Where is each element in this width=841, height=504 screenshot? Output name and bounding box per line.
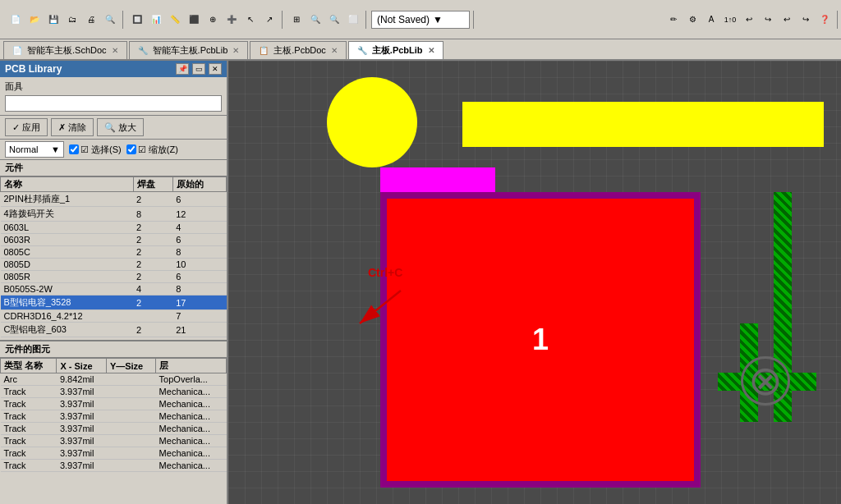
sub-type-cell: Arc xyxy=(1,373,57,386)
settings-btn[interactable]: ⚙ xyxy=(683,11,701,29)
sub-col-x[interactable]: X - Size xyxy=(57,359,106,373)
undo2-btn[interactable]: ↩ xyxy=(778,11,796,29)
track-btn[interactable]: ➕ xyxy=(223,11,241,29)
comp-name-cell: 0805D xyxy=(1,259,134,271)
save-all-btn[interactable]: 🗂 xyxy=(63,11,81,29)
clear-btn[interactable]: ✗ 清除 xyxy=(51,118,94,136)
sub-layer-cell: Mechanica... xyxy=(156,460,227,472)
main-layout: PCB Library 📌 ▭ ✕ 面具 ✓ 应用 ✗ 清除 🔍 放大 Norm… xyxy=(0,61,841,504)
component-btn[interactable]: 🔲 xyxy=(128,11,146,29)
tab-schematic[interactable]: 📄 智能车主板.SchDoc ✕ xyxy=(3,41,127,59)
comp-original-cell: 6 xyxy=(172,234,226,246)
comp-pads-cell: 2 xyxy=(133,323,172,337)
zoom-checkbox[interactable] xyxy=(126,144,136,154)
panel-options: Normal ▼ ☑ 选择(S) ☑ 缩放(Z) xyxy=(0,140,227,160)
table-row[interactable]: 0603L 2 4 xyxy=(1,222,227,234)
table-row[interactable]: 0805C 2 8 xyxy=(1,246,227,259)
panel-header: PCB Library 📌 ▭ ✕ xyxy=(0,61,227,77)
table-row[interactable]: 0805D 2 10 xyxy=(1,259,227,271)
file-toolbar-group: 📄 📂 💾 🗂 🖨 🔍 xyxy=(3,11,123,29)
cursor-btn[interactable]: ↖ xyxy=(241,11,260,29)
open-btn[interactable]: 📂 xyxy=(25,11,44,29)
list-item[interactable]: Track 3.937mil Mechanica... xyxy=(1,460,227,472)
pad-btn[interactable]: ⊕ xyxy=(204,11,222,29)
zoom-btn[interactable]: 🔍 放大 xyxy=(97,118,144,136)
list-item[interactable]: Track 3.937mil Mechanica... xyxy=(1,398,227,410)
zoom-in-btn[interactable]: 🔍 xyxy=(306,11,324,29)
sub-x-cell: 3.937mil xyxy=(57,410,106,423)
zoom-checkbox-label[interactable]: ☑ 缩放(Z) xyxy=(126,144,178,156)
table-row[interactable]: C型铝电容_603 2 21 xyxy=(1,323,227,337)
sub-layer-cell: Mechanica... xyxy=(156,435,227,447)
text-btn[interactable]: A xyxy=(702,11,720,29)
table-row[interactable]: 0805R 2 6 xyxy=(1,271,227,283)
table-row[interactable]: B0505S-2W 4 8 xyxy=(1,283,227,296)
pencil-btn[interactable]: ✏ xyxy=(664,11,682,29)
sub-table-container[interactable]: 类型 名称 X - Size Y—Size 层 Arc 9.842mil Top… xyxy=(0,358,227,504)
comp-name-cell: CDRH3D16_4.2*12 xyxy=(1,310,134,323)
undo-btn[interactable]: ↩ xyxy=(740,11,758,29)
via-btn[interactable]: ⬛ xyxy=(185,11,203,29)
grid-btn[interactable]: ⊞ xyxy=(287,11,306,29)
col-original[interactable]: 原始的 xyxy=(172,177,226,192)
col-name[interactable]: 名称 xyxy=(1,177,134,192)
select-checkbox[interactable] xyxy=(69,144,79,154)
panel-close-btn[interactable]: ✕ xyxy=(209,63,222,75)
face-input[interactable] xyxy=(5,95,222,112)
list-item[interactable]: Track 3.937mil Mechanica... xyxy=(1,435,227,447)
zoom-out-btn[interactable]: 🔍 xyxy=(325,11,343,29)
comp-pads-cell: 2 xyxy=(133,192,172,207)
tab-pcblib2-close[interactable]: ✕ xyxy=(428,46,434,55)
list-item[interactable]: Arc 9.842mil TopOverla... xyxy=(1,373,227,386)
table-row[interactable]: 0603R 2 6 xyxy=(1,234,227,246)
new-btn[interactable]: 📄 xyxy=(7,11,25,29)
sub-header: 元件的图元 xyxy=(0,341,227,358)
sub-layer-cell: Mechanica... xyxy=(156,410,227,423)
sub-x-cell: 3.937mil xyxy=(57,398,106,410)
panel-float-btn[interactable]: ▭ xyxy=(192,63,205,75)
list-item[interactable]: Track 3.937mil Mechanica... xyxy=(1,386,227,398)
tab-pcblib1[interactable]: 🔧 智能车主板.PcbLib ✕ xyxy=(129,41,249,59)
num-btn[interactable]: 1↑0 xyxy=(721,11,739,29)
list-item[interactable]: Track 3.937mil Mechanica... xyxy=(1,410,227,423)
panel-title: PCB Library xyxy=(5,63,62,75)
select-checkbox-label[interactable]: ☑ 选择(S) xyxy=(69,144,122,156)
table-row[interactable]: CDRH3D16_4.2*12 7 xyxy=(1,310,227,323)
redo2-btn[interactable]: ↪ xyxy=(797,11,815,29)
zoom-fit-btn[interactable]: ⬜ xyxy=(344,11,362,29)
print-btn[interactable]: 🖨 xyxy=(82,11,100,29)
table-row[interactable]: 2PIN杜邦插座_1 2 6 xyxy=(1,192,227,207)
comp-pads-cell: 2 xyxy=(133,271,172,283)
table-row[interactable]: B型铝电容_3528 2 17 xyxy=(1,296,227,310)
tab-pcbdoc[interactable]: 📋 主板.PcbDoc ✕ xyxy=(250,41,347,59)
tab-pcblib2[interactable]: 🔧 主板.PcbLib ✕ xyxy=(348,41,443,59)
sub-col-y[interactable]: Y—Size xyxy=(106,359,155,373)
redo-btn[interactable]: ↪ xyxy=(759,11,777,29)
layer-btn[interactable]: 📊 xyxy=(147,11,165,29)
find-btn[interactable]: 🔍 xyxy=(101,11,119,29)
toolbar-top: 📄 📂 💾 🗂 🖨 🔍 🔲 📊 📏 ⬛ ⊕ ➕ ↖ ↗ ⊞ 🔍 🔍 ⬜ (Not… xyxy=(0,0,841,39)
tab-pcbdoc-close[interactable]: ✕ xyxy=(331,46,338,55)
sub-col-layer[interactable]: 层 xyxy=(156,359,227,373)
list-item[interactable]: Track 3.937mil Mechanica... xyxy=(1,447,227,460)
sub-col-type[interactable]: 类型 名称 xyxy=(1,359,57,373)
rule-btn[interactable]: 📏 xyxy=(166,11,184,29)
apply-btn[interactable]: ✓ 应用 xyxy=(5,118,48,136)
table-row[interactable]: 4路拨码开关 8 12 xyxy=(1,207,227,222)
panel-pin-btn[interactable]: 📌 xyxy=(176,63,189,75)
tab-schematic-close[interactable]: ✕ xyxy=(112,46,118,55)
sub-table: 类型 名称 X - Size Y—Size 层 Arc 9.842mil Top… xyxy=(0,358,227,472)
comp-name-cell: 0603L xyxy=(1,222,134,234)
component-table-container[interactable]: 名称 焊盘 原始的 2PIN杜邦插座_1 2 6 4路拨码开关 8 12 060… xyxy=(0,176,227,340)
help-btn[interactable]: ❓ xyxy=(816,11,834,29)
pcb-canvas[interactable]: 1 xyxy=(228,61,841,504)
cursor2-btn[interactable]: ↗ xyxy=(260,11,278,29)
save-btn[interactable]: 💾 xyxy=(44,11,62,29)
col-pads[interactable]: 焊盘 xyxy=(133,177,172,192)
tab-pcblib1-close[interactable]: ✕ xyxy=(232,46,239,55)
sub-x-cell: 9.842mil xyxy=(57,373,106,386)
tab-bar: 📄 智能车主板.SchDoc ✕ 🔧 智能车主板.PcbLib ✕ 📋 主板.P… xyxy=(0,39,841,61)
list-item[interactable]: Track 3.937mil Mechanica... xyxy=(1,423,227,435)
not-saved-dropdown[interactable]: (Not Saved) ▼ xyxy=(371,11,470,29)
normal-dropdown[interactable]: Normal ▼ xyxy=(5,141,64,158)
